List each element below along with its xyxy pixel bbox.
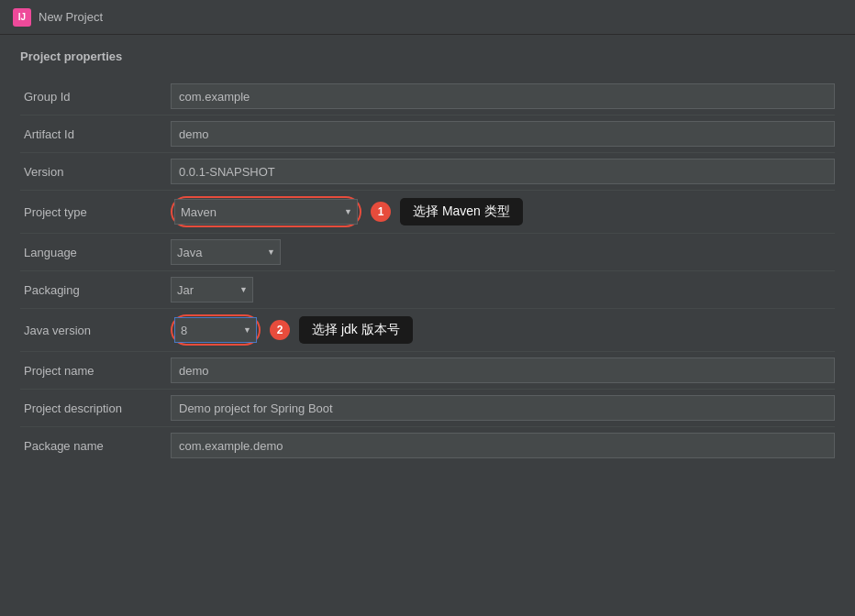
project-type-row: Project type Maven Gradle 1 [20,191,835,234]
package-name-input[interactable] [171,433,835,458]
packaging-select[interactable]: Jar War [171,277,253,302]
version-cell [167,153,835,191]
group-id-input[interactable] [171,83,835,109]
java-version-annotation-container: 8 11 17 21 2 选择 jdk 版本号 [171,314,835,346]
project-type-label: Project type [20,191,167,234]
language-row: Language Java Kotlin Groovy [20,234,835,271]
language-label: Language [20,234,167,271]
project-type-annotation-container: Maven Gradle 1 选择 Maven 类型 [171,196,835,227]
project-type-select-wrapper: Maven Gradle [174,199,358,225]
version-label: Version [20,153,167,191]
project-name-input[interactable] [171,358,835,383]
project-type-select[interactable]: Maven Gradle [174,199,358,225]
java-version-highlight: 8 11 17 21 [171,314,261,346]
packaging-cell: Jar War [167,271,835,309]
window-title: New Project [39,10,103,24]
project-properties-form: Group Id Artifact Id Version [20,78,835,464]
project-description-label: Project description [20,390,167,427]
artifact-id-cell [167,116,835,153]
group-id-label: Group Id [20,78,167,116]
project-name-cell [167,352,835,390]
artifact-id-row: Artifact Id [20,116,835,153]
package-name-cell [167,427,835,465]
annotation-badge-2: 2 [270,320,290,340]
artifact-id-input[interactable] [171,121,835,147]
project-description-cell [167,390,835,427]
group-id-cell [167,78,835,116]
language-select-wrapper: Java Kotlin Groovy [171,239,281,265]
java-version-cell: 8 11 17 21 2 选择 jdk 版本号 [167,309,835,352]
version-input[interactable] [171,159,835,184]
packaging-label: Packaging [20,271,167,309]
annotation-badge-1: 1 [371,202,391,222]
project-type-cell: Maven Gradle 1 选择 Maven 类型 [167,191,835,234]
package-name-label: Package name [20,427,167,465]
title-bar: IJ New Project [0,0,855,35]
content-area: Project properties Group Id Artifact Id … [0,35,855,616]
app-icon-text: IJ [18,12,26,22]
new-project-window: IJ New Project Project properties Group … [0,0,855,616]
app-icon: IJ [13,8,31,27]
project-description-row: Project description [20,390,835,427]
packaging-select-wrapper: Jar War [171,277,253,302]
package-name-row: Package name [20,427,835,465]
project-name-label: Project name [20,352,167,390]
java-version-select-wrapper: 8 11 17 21 [174,317,257,343]
group-id-row: Group Id [20,78,835,116]
annotation-tooltip-2: 选择 jdk 版本号 [299,316,413,344]
java-version-label: Java version [20,309,167,352]
project-type-highlight: Maven Gradle [171,196,361,227]
language-cell: Java Kotlin Groovy [167,234,835,271]
project-description-input[interactable] [171,395,835,421]
artifact-id-label: Artifact Id [20,116,167,153]
java-version-row: Java version 8 11 17 21 [20,309,835,352]
packaging-row: Packaging Jar War [20,271,835,309]
language-select[interactable]: Java Kotlin Groovy [171,239,281,265]
java-version-select[interactable]: 8 11 17 21 [174,317,257,343]
section-title: Project properties [20,50,835,63]
version-row: Version [20,153,835,191]
project-name-row: Project name [20,352,835,390]
annotation-tooltip-1: 选择 Maven 类型 [400,198,523,226]
